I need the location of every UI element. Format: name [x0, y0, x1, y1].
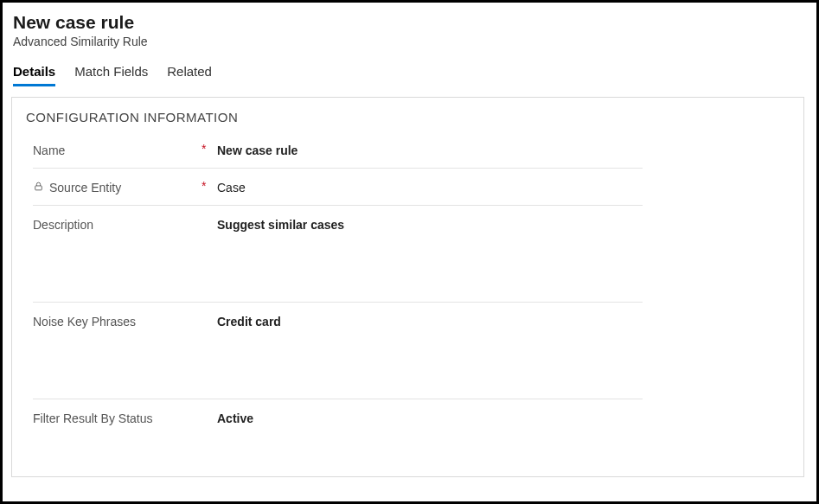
page-title: New case rule: [13, 11, 806, 33]
source-entity-value[interactable]: Case: [214, 179, 246, 195]
field-label: Description: [33, 216, 202, 232]
noise-key-phrases-label: Noise Key Phrases: [33, 315, 136, 329]
page-subtitle: Advanced Similarity Rule: [13, 35, 806, 48]
filter-result-by-status-label: Filter Result By Status: [33, 411, 153, 425]
field-label: Source Entity: [33, 179, 202, 195]
tab-details[interactable]: Details: [13, 64, 55, 86]
name-label: Name: [33, 144, 65, 157]
field-label: Filter Result By Status: [33, 410, 202, 425]
field-row-name: Name * New case rule: [33, 131, 643, 169]
section-title: CONFIGURATION INFORMATION: [26, 110, 790, 124]
required-marker: *: [202, 179, 214, 193]
field-row-filter-result-by-status: Filter Result By Status Active: [33, 399, 643, 436]
field-label: Noise Key Phrases: [33, 313, 202, 329]
svg-rect-0: [35, 186, 42, 190]
tab-match-fields[interactable]: Match Fields: [74, 64, 148, 86]
field-row-source-entity: Source Entity * Case: [33, 169, 643, 206]
description-value[interactable]: Suggest similar cases: [214, 216, 344, 232]
page-header: New case rule Advanced Similarity Rule: [3, 3, 816, 48]
noise-key-phrases-value[interactable]: Credit card: [214, 313, 281, 329]
lock-icon: [33, 181, 44, 195]
field-row-noise-key-phrases: Noise Key Phrases Credit card: [33, 303, 643, 399]
tab-related[interactable]: Related: [167, 64, 212, 86]
field-label: Name: [33, 142, 202, 157]
description-label: Description: [33, 218, 93, 232]
required-marker: *: [202, 142, 214, 156]
source-entity-label: Source Entity: [49, 181, 121, 195]
tab-bar: Details Match Fields Related: [3, 48, 816, 86]
name-value[interactable]: New case rule: [214, 142, 298, 157]
configuration-panel: CONFIGURATION INFORMATION Name * New cas…: [11, 97, 804, 477]
field-row-description: Description Suggest similar cases: [33, 206, 643, 303]
filter-result-by-status-value[interactable]: Active: [214, 410, 253, 425]
